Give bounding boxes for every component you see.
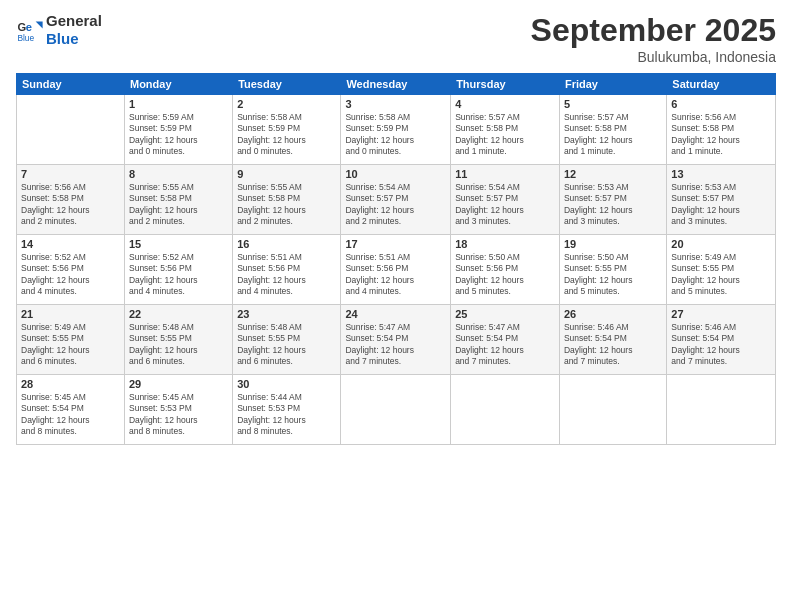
table-row: 14Sunrise: 5:52 AM Sunset: 5:56 PM Dayli… <box>17 235 125 305</box>
logo-icon: G e Blue <box>16 16 44 44</box>
day-number: 12 <box>564 168 662 180</box>
day-info: Sunrise: 5:59 AM Sunset: 5:59 PM Dayligh… <box>129 112 228 158</box>
table-row: 3Sunrise: 5:58 AM Sunset: 5:59 PM Daylig… <box>341 95 451 165</box>
table-row <box>17 95 125 165</box>
table-row: 27Sunrise: 5:46 AM Sunset: 5:54 PM Dayli… <box>667 305 776 375</box>
day-number: 19 <box>564 238 662 250</box>
header-thursday: Thursday <box>451 74 560 95</box>
location: Bulukumba, Indonesia <box>531 49 776 65</box>
header-monday: Monday <box>124 74 232 95</box>
table-row: 6Sunrise: 5:56 AM Sunset: 5:58 PM Daylig… <box>667 95 776 165</box>
table-row: 13Sunrise: 5:53 AM Sunset: 5:57 PM Dayli… <box>667 165 776 235</box>
day-info: Sunrise: 5:52 AM Sunset: 5:56 PM Dayligh… <box>129 252 228 298</box>
table-row: 30Sunrise: 5:44 AM Sunset: 5:53 PM Dayli… <box>233 375 341 445</box>
calendar-week-row: 21Sunrise: 5:49 AM Sunset: 5:55 PM Dayli… <box>17 305 776 375</box>
day-info: Sunrise: 5:55 AM Sunset: 5:58 PM Dayligh… <box>129 182 228 228</box>
day-number: 16 <box>237 238 336 250</box>
day-number: 21 <box>21 308 120 320</box>
table-row: 23Sunrise: 5:48 AM Sunset: 5:55 PM Dayli… <box>233 305 341 375</box>
day-info: Sunrise: 5:49 AM Sunset: 5:55 PM Dayligh… <box>21 322 120 368</box>
day-info: Sunrise: 5:46 AM Sunset: 5:54 PM Dayligh… <box>564 322 662 368</box>
logo-text-line2: Blue <box>46 30 102 48</box>
month-title: September 2025 <box>531 12 776 49</box>
day-info: Sunrise: 5:46 AM Sunset: 5:54 PM Dayligh… <box>671 322 771 368</box>
svg-text:Blue: Blue <box>17 33 34 43</box>
table-row: 16Sunrise: 5:51 AM Sunset: 5:56 PM Dayli… <box>233 235 341 305</box>
day-number: 7 <box>21 168 120 180</box>
day-info: Sunrise: 5:58 AM Sunset: 5:59 PM Dayligh… <box>237 112 336 158</box>
table-row: 19Sunrise: 5:50 AM Sunset: 5:55 PM Dayli… <box>559 235 666 305</box>
logo-text-line1: General <box>46 12 102 30</box>
day-number: 18 <box>455 238 555 250</box>
calendar-header-row: Sunday Monday Tuesday Wednesday Thursday… <box>17 74 776 95</box>
table-row: 26Sunrise: 5:46 AM Sunset: 5:54 PM Dayli… <box>559 305 666 375</box>
table-row: 21Sunrise: 5:49 AM Sunset: 5:55 PM Dayli… <box>17 305 125 375</box>
day-number: 30 <box>237 378 336 390</box>
day-number: 9 <box>237 168 336 180</box>
day-info: Sunrise: 5:57 AM Sunset: 5:58 PM Dayligh… <box>564 112 662 158</box>
day-number: 4 <box>455 98 555 110</box>
day-number: 20 <box>671 238 771 250</box>
calendar-week-row: 14Sunrise: 5:52 AM Sunset: 5:56 PM Dayli… <box>17 235 776 305</box>
day-info: Sunrise: 5:45 AM Sunset: 5:53 PM Dayligh… <box>129 392 228 438</box>
table-row: 18Sunrise: 5:50 AM Sunset: 5:56 PM Dayli… <box>451 235 560 305</box>
day-number: 8 <box>129 168 228 180</box>
table-row: 2Sunrise: 5:58 AM Sunset: 5:59 PM Daylig… <box>233 95 341 165</box>
day-info: Sunrise: 5:51 AM Sunset: 5:56 PM Dayligh… <box>345 252 446 298</box>
svg-text:G: G <box>17 21 26 33</box>
header-sunday: Sunday <box>17 74 125 95</box>
day-info: Sunrise: 5:48 AM Sunset: 5:55 PM Dayligh… <box>129 322 228 368</box>
table-row: 12Sunrise: 5:53 AM Sunset: 5:57 PM Dayli… <box>559 165 666 235</box>
table-row <box>667 375 776 445</box>
day-number: 26 <box>564 308 662 320</box>
day-number: 3 <box>345 98 446 110</box>
day-info: Sunrise: 5:55 AM Sunset: 5:58 PM Dayligh… <box>237 182 336 228</box>
day-info: Sunrise: 5:44 AM Sunset: 5:53 PM Dayligh… <box>237 392 336 438</box>
calendar-week-row: 28Sunrise: 5:45 AM Sunset: 5:54 PM Dayli… <box>17 375 776 445</box>
day-info: Sunrise: 5:47 AM Sunset: 5:54 PM Dayligh… <box>455 322 555 368</box>
table-row: 11Sunrise: 5:54 AM Sunset: 5:57 PM Dayli… <box>451 165 560 235</box>
table-row: 20Sunrise: 5:49 AM Sunset: 5:55 PM Dayli… <box>667 235 776 305</box>
header-friday: Friday <box>559 74 666 95</box>
calendar-week-row: 7Sunrise: 5:56 AM Sunset: 5:58 PM Daylig… <box>17 165 776 235</box>
table-row <box>559 375 666 445</box>
table-row: 8Sunrise: 5:55 AM Sunset: 5:58 PM Daylig… <box>124 165 232 235</box>
day-number: 6 <box>671 98 771 110</box>
day-info: Sunrise: 5:48 AM Sunset: 5:55 PM Dayligh… <box>237 322 336 368</box>
calendar-table: Sunday Monday Tuesday Wednesday Thursday… <box>16 73 776 445</box>
day-info: Sunrise: 5:51 AM Sunset: 5:56 PM Dayligh… <box>237 252 336 298</box>
day-info: Sunrise: 5:53 AM Sunset: 5:57 PM Dayligh… <box>671 182 771 228</box>
header-saturday: Saturday <box>667 74 776 95</box>
day-number: 29 <box>129 378 228 390</box>
table-row: 5Sunrise: 5:57 AM Sunset: 5:58 PM Daylig… <box>559 95 666 165</box>
day-info: Sunrise: 5:56 AM Sunset: 5:58 PM Dayligh… <box>671 112 771 158</box>
day-info: Sunrise: 5:57 AM Sunset: 5:58 PM Dayligh… <box>455 112 555 158</box>
svg-text:e: e <box>26 21 32 33</box>
table-row: 4Sunrise: 5:57 AM Sunset: 5:58 PM Daylig… <box>451 95 560 165</box>
day-number: 22 <box>129 308 228 320</box>
table-row: 24Sunrise: 5:47 AM Sunset: 5:54 PM Dayli… <box>341 305 451 375</box>
page-header: G e Blue General Blue September 2025 Bul… <box>16 12 776 65</box>
table-row: 17Sunrise: 5:51 AM Sunset: 5:56 PM Dayli… <box>341 235 451 305</box>
day-info: Sunrise: 5:54 AM Sunset: 5:57 PM Dayligh… <box>345 182 446 228</box>
day-info: Sunrise: 5:50 AM Sunset: 5:56 PM Dayligh… <box>455 252 555 298</box>
table-row: 22Sunrise: 5:48 AM Sunset: 5:55 PM Dayli… <box>124 305 232 375</box>
day-number: 25 <box>455 308 555 320</box>
day-info: Sunrise: 5:56 AM Sunset: 5:58 PM Dayligh… <box>21 182 120 228</box>
day-info: Sunrise: 5:52 AM Sunset: 5:56 PM Dayligh… <box>21 252 120 298</box>
table-row: 28Sunrise: 5:45 AM Sunset: 5:54 PM Dayli… <box>17 375 125 445</box>
day-number: 10 <box>345 168 446 180</box>
header-tuesday: Tuesday <box>233 74 341 95</box>
day-info: Sunrise: 5:50 AM Sunset: 5:55 PM Dayligh… <box>564 252 662 298</box>
table-row: 7Sunrise: 5:56 AM Sunset: 5:58 PM Daylig… <box>17 165 125 235</box>
table-row: 25Sunrise: 5:47 AM Sunset: 5:54 PM Dayli… <box>451 305 560 375</box>
table-row: 10Sunrise: 5:54 AM Sunset: 5:57 PM Dayli… <box>341 165 451 235</box>
table-row: 1Sunrise: 5:59 AM Sunset: 5:59 PM Daylig… <box>124 95 232 165</box>
day-info: Sunrise: 5:53 AM Sunset: 5:57 PM Dayligh… <box>564 182 662 228</box>
day-number: 2 <box>237 98 336 110</box>
header-wednesday: Wednesday <box>341 74 451 95</box>
table-row <box>451 375 560 445</box>
table-row <box>341 375 451 445</box>
day-number: 14 <box>21 238 120 250</box>
day-info: Sunrise: 5:45 AM Sunset: 5:54 PM Dayligh… <box>21 392 120 438</box>
